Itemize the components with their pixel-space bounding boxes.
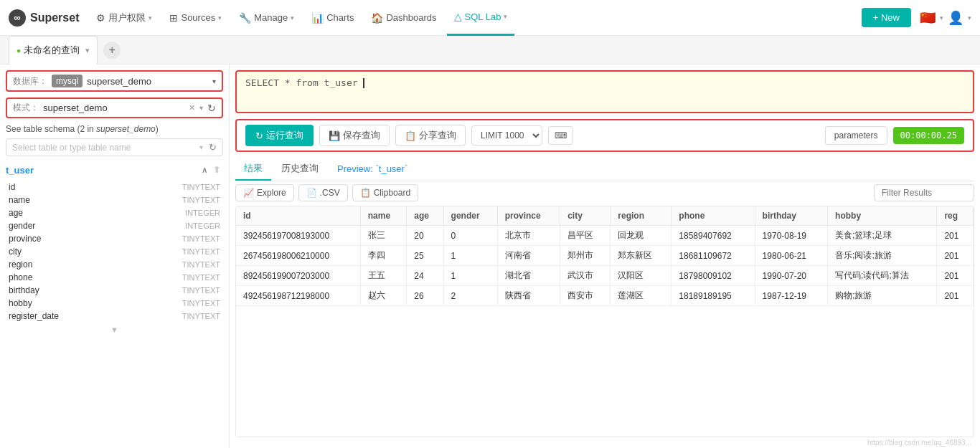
table-body: 392456197008193000张三200北京市昌平区回龙观18589407… <box>236 226 974 306</box>
sql-editor[interactable]: SELECT * from t_user <box>235 70 974 113</box>
field-row-name: name TINYTEXT <box>6 194 223 206</box>
table-collapse-icon[interactable]: ∧ <box>202 166 207 175</box>
filter-results-input[interactable] <box>874 184 974 201</box>
col-header-phone: phone <box>672 206 755 226</box>
nav-dashboards[interactable]: 🏠 Dashboards <box>364 0 443 36</box>
parameters-button[interactable]: parameters <box>825 126 887 145</box>
table-row: 267456198006210000李四251河南省郑州市郑东新区1868110… <box>236 246 974 266</box>
flag-chevron-icon: ▾ <box>940 14 943 22</box>
field-type: TINYTEXT <box>182 247 220 256</box>
table-scroll-up-icon[interactable]: ⬆ <box>210 163 223 176</box>
table-cell: 昌平区 <box>560 226 611 246</box>
table-cell: 1 <box>443 266 497 286</box>
col-header-id: id <box>236 206 360 226</box>
table-cell: 汉阳区 <box>611 266 672 286</box>
nav-sources[interactable]: ⊞ Sources ▾ <box>162 0 229 36</box>
explore-label: Explore <box>257 188 286 198</box>
field-name: gender <box>9 221 35 231</box>
chevron-down-icon: ▾ <box>149 14 152 22</box>
table-cell: 音乐;阅读;旅游 <box>828 246 937 266</box>
table-header-row: id name age gender province city region … <box>236 206 974 226</box>
tab-results[interactable]: 结果 <box>235 158 271 181</box>
query-tab-1-label: 未命名的查询 <box>24 44 80 57</box>
database-badge: mysql <box>52 75 83 87</box>
table-name[interactable]: t_user <box>6 165 34 176</box>
share-query-button[interactable]: 📋 分享查询 <box>395 125 466 146</box>
schema-name: superset_demo <box>43 103 184 113</box>
new-button[interactable]: + New <box>862 8 911 27</box>
table-cell: 492456198712198000 <box>236 286 360 306</box>
run-query-button[interactable]: ↻ 运行查询 <box>245 125 314 146</box>
field-row-province: province TINYTEXT <box>6 232 223 245</box>
col-header-name: name <box>360 206 406 226</box>
tab-preview[interactable]: Preview: `t_user` <box>329 159 416 180</box>
table-cell: 201 <box>937 286 974 306</box>
table-cell: 201 <box>937 266 974 286</box>
table-cell: 18589407692 <box>672 226 755 246</box>
table-row: 892456199007203000王五241湖北省武汉市汉阳区18798009… <box>236 266 974 286</box>
keyboard-shortcut-button[interactable]: ⌨ <box>548 126 573 145</box>
table-cell: 892456199007203000 <box>236 266 360 286</box>
user-avatar-icon[interactable]: 👤 <box>948 10 963 26</box>
field-row-phone: phone TINYTEXT <box>6 271 223 284</box>
db-chevron-icon: ▾ <box>212 77 216 85</box>
field-name: id <box>9 182 15 192</box>
clipboard-button[interactable]: 📋 Clipboard <box>352 184 418 201</box>
statusbar: https://blog.csdn.me/qq_46893... <box>235 437 974 448</box>
field-row-id: id TINYTEXT <box>6 181 223 194</box>
run-query-label: 运行查询 <box>266 129 303 142</box>
nav-user-perms[interactable]: ⚙ 用户权限 ▾ <box>89 0 159 36</box>
schema-chevron-icon: ▾ <box>199 104 203 112</box>
field-type: INTEGER <box>185 209 220 217</box>
table-cell: 201 <box>937 246 974 266</box>
limit-select[interactable]: LIMIT 1000 LIMIT 100 LIMIT 500 No Limit <box>471 125 542 146</box>
topnav: ∞ Superset ⚙ 用户权限 ▾ ⊞ Sources ▾ 🔧 Manage… <box>0 0 980 36</box>
logo-text: Superset <box>30 11 79 24</box>
users-icon: ⚙ <box>96 12 105 24</box>
main-content: 数据库： mysql superset_demo ▾ 模式： superset_… <box>0 65 980 448</box>
table-selector[interactable]: Select table or type table name ▾ ↻ <box>6 138 223 156</box>
user-chevron-icon: ▾ <box>968 14 971 22</box>
save-query-button[interactable]: 💾 保存查询 <box>319 125 390 146</box>
csv-button[interactable]: 📄 .CSV <box>298 184 348 201</box>
schema-refresh-icon[interactable]: ↻ <box>207 103 216 114</box>
tab-chevron-icon: ▾ <box>85 46 90 55</box>
query-tab-1[interactable]: ● 未命名的查询 ▾ <box>9 36 98 65</box>
field-type: TINYTEXT <box>182 312 220 320</box>
nav-user-perms-label: 用户权限 <box>108 11 146 24</box>
table-cell: 25 <box>407 246 443 266</box>
nav-manage[interactable]: 🔧 Manage ▾ <box>232 0 301 36</box>
left-panel: 数据库： mysql superset_demo ▾ 模式： superset_… <box>0 65 230 448</box>
table-cell: 18681109672 <box>672 246 755 266</box>
sql-toolbar: ↻ 运行查询 💾 保存查询 📋 分享查询 LIMIT 1000 LIMIT 10… <box>235 119 974 152</box>
table-cell: 湖北省 <box>497 266 560 286</box>
table-selector-refresh-icon[interactable]: ↻ <box>209 142 217 153</box>
query-tabs: ● 未命名的查询 ▾ + <box>0 36 980 65</box>
explore-button[interactable]: 📈 Explore <box>235 184 294 201</box>
language-flag[interactable]: 🇨🇳 <box>920 10 936 26</box>
table-cell: 20 <box>407 226 443 246</box>
table-selector-chevron-icon: ▾ <box>199 143 203 151</box>
field-name: hobby <box>9 298 32 308</box>
add-tab-button[interactable]: + <box>103 42 121 59</box>
schema-clear-icon[interactable]: ✕ <box>189 103 195 113</box>
nav-charts[interactable]: 📊 Charts <box>304 0 361 36</box>
nav-sqllab[interactable]: △ SQL Lab ▾ <box>447 0 515 36</box>
field-row-gender: gender INTEGER <box>6 219 223 232</box>
col-header-city: city <box>560 206 611 226</box>
table-cell: 陕西省 <box>497 286 560 306</box>
table-cell: 1 <box>443 246 497 266</box>
tab-history[interactable]: 历史查询 <box>273 158 327 181</box>
logo[interactable]: ∞ Superset <box>9 9 79 27</box>
scroll-down-indicator: ▼ <box>6 325 223 334</box>
table-fields: id TINYTEXT name TINYTEXT age INTEGER ge… <box>6 181 223 323</box>
schema-selector[interactable]: 模式： superset_demo ✕ ▾ ↻ <box>6 97 223 118</box>
table-cell: 1990-07-20 <box>755 266 827 286</box>
database-selector[interactable]: 数据库： mysql superset_demo ▾ <box>6 70 223 92</box>
results-table-wrap: id name age gender province city region … <box>235 206 974 437</box>
table-cell: 北京市 <box>497 226 560 246</box>
table-cell: 267456198006210000 <box>236 246 360 266</box>
table-cell: 河南省 <box>497 246 560 266</box>
table-cell: 1980-06-21 <box>755 246 827 266</box>
table-cell: 王五 <box>360 266 406 286</box>
